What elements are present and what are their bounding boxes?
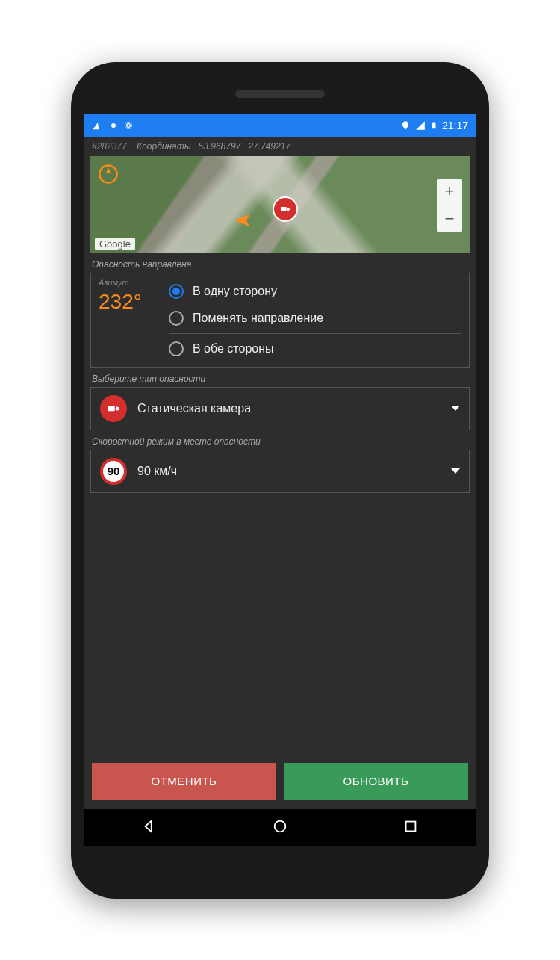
cancel-button[interactable]: ОТМЕНИТЬ: [92, 763, 276, 800]
coords-lat: 53.968797: [199, 141, 241, 152]
radio-both-ways[interactable]: В обе стороны: [169, 335, 461, 362]
speed-limit-icon: 90: [100, 458, 127, 485]
android-navbar: [84, 809, 476, 846]
svg-point-1: [127, 123, 131, 127]
coords-lon: 27.749217: [248, 141, 290, 152]
svg-rect-11: [405, 821, 415, 831]
svg-rect-8: [108, 406, 115, 411]
spacer: [84, 493, 476, 754]
info-row: #282377 Координаты 53.968797 27.749217: [84, 137, 476, 156]
azimuth-value: 232°: [99, 290, 158, 314]
svg-rect-4: [433, 122, 435, 123]
nav-recent-button[interactable]: [402, 818, 419, 837]
screen: 21:17 #282377 Координаты 53.968797 27.74…: [84, 114, 476, 846]
chevron-down-icon: [451, 468, 460, 474]
radio-label: Поменять направление: [193, 312, 323, 325]
direction-box: Азимут 232° В одну сторону Поменять напр…: [90, 273, 470, 368]
compass-icon[interactable]: [98, 164, 119, 185]
chevron-down-icon: [451, 406, 460, 411]
radio-icon: [169, 341, 184, 356]
location-status-icon: [108, 120, 119, 131]
nav-back-button[interactable]: [141, 818, 158, 837]
radio-icon-checked: [169, 284, 184, 299]
svg-point-7: [286, 208, 290, 211]
coords-label: Координаты: [137, 141, 191, 152]
svg-rect-6: [281, 207, 287, 211]
nav-home-button[interactable]: [272, 818, 288, 837]
direction-arrow-icon: [234, 214, 257, 226]
direction-section-label: Опасность направлена: [84, 253, 476, 273]
map-attribution: Google: [95, 238, 135, 250]
speed-limit-dropdown[interactable]: 90 90 км/ч: [90, 450, 470, 493]
radio-label: В обе стороны: [193, 342, 274, 356]
speed-sign-value: 90: [108, 465, 120, 477]
speed-limit-label: 90 км/ч: [137, 465, 441, 478]
zoom-out-button[interactable]: −: [437, 205, 462, 232]
radio-label: В одну сторону: [193, 285, 277, 298]
footer-buttons: ОТМЕНИТЬ ОБНОВИТЬ: [84, 754, 476, 809]
camera-icon: [100, 395, 127, 422]
svg-point-2: [125, 122, 131, 128]
radio-one-way[interactable]: В одну сторону: [169, 278, 461, 305]
svg-point-10: [275, 820, 286, 832]
azimuth-label: Азимут: [99, 278, 158, 287]
hazard-id: #282377: [92, 141, 127, 152]
direction-radio-group: В одну сторону Поменять направление В об…: [169, 278, 461, 362]
radio-swap-direction[interactable]: Поменять направление: [169, 305, 461, 332]
status-bar: 21:17: [84, 114, 476, 137]
zoom-in-button[interactable]: +: [437, 179, 462, 205]
speed-section-label: Скоростной режим в месте опасности: [84, 430, 476, 450]
radio-icon: [169, 311, 184, 326]
hazard-type-dropdown[interactable]: Статическая камера: [90, 387, 470, 430]
gps-icon: [400, 120, 411, 131]
svg-point-0: [111, 123, 116, 128]
app-icon: [92, 120, 104, 131]
zoom-controls: + −: [437, 179, 462, 232]
hazard-type-section-label: Выберите тип опасности: [84, 368, 476, 387]
svg-rect-3: [432, 123, 435, 128]
phone-frame: 21:17 #282377 Координаты 53.968797 27.74…: [71, 62, 489, 899]
hazard-pin-icon[interactable]: [273, 196, 298, 222]
settings-status-icon: [123, 120, 134, 131]
battery-icon: [430, 120, 438, 131]
phone-speaker: [235, 90, 325, 98]
divider: [169, 333, 461, 334]
status-time: 21:17: [442, 120, 468, 131]
map-view[interactable]: + − Google: [90, 156, 470, 253]
azimuth-block: Азимут 232°: [99, 278, 158, 362]
update-button[interactable]: ОБНОВИТЬ: [284, 763, 468, 800]
svg-point-9: [116, 406, 119, 410]
signal-icon: [415, 120, 426, 131]
hazard-type-label: Статическая камера: [137, 402, 441, 415]
